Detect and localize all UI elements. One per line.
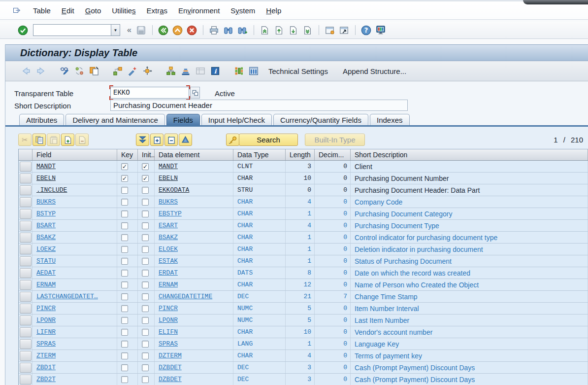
key-checkbox[interactable] [121,210,128,217]
init-checkbox[interactable] [142,210,149,217]
menu-item-environment[interactable]: Environment [173,4,225,17]
row-selector[interactable] [19,196,33,208]
init-checkbox[interactable] [142,293,149,300]
column-header-short-description[interactable]: Short Description [351,149,588,160]
tab-fields[interactable]: Fields [166,114,200,125]
technical-settings-button[interactable]: Technical Settings [262,65,334,77]
row-selector[interactable] [19,315,33,326]
enter-icon[interactable] [17,24,29,36]
key-checkbox[interactable] [121,281,128,288]
key-checkbox[interactable] [121,258,128,265]
data-element-link[interactable]: LPONR [155,315,233,326]
init-checkbox[interactable] [142,270,149,277]
init-checkbox[interactable] [142,199,149,206]
data-element-link[interactable]: ESART [155,220,233,231]
paste-button[interactable] [47,134,60,146]
key-checkbox[interactable] [121,222,128,229]
row-selector[interactable] [19,279,33,290]
row-selector[interactable] [19,338,33,350]
row-selector-button[interactable] [20,174,32,183]
first-page-icon[interactable] [259,24,271,36]
row-selector[interactable] [19,184,33,196]
menu-item-utilities[interactable]: Utilities [106,4,141,17]
row-selector[interactable] [19,326,33,338]
row-selector[interactable] [19,244,33,255]
row-selector-button[interactable] [20,185,32,195]
init-checkbox[interactable] [142,281,149,288]
field-link[interactable]: ZBD1T [33,362,117,373]
previous-page-icon[interactable] [273,24,285,36]
table-name-input[interactable] [110,87,189,99]
command-input[interactable] [33,24,111,36]
row-selector-button[interactable] [20,256,32,266]
row-selector-button[interactable] [20,304,32,314]
key-checkbox[interactable] [121,352,128,359]
cancel-icon[interactable] [186,24,198,36]
collapse-icon[interactable]: « [127,26,131,35]
print-icon[interactable] [208,24,220,36]
exit-icon[interactable] [172,24,184,36]
data-element-link[interactable]: ERNAM [155,279,233,290]
data-element-link[interactable]: SPRAS [155,338,233,350]
built-in-type-button[interactable]: Built-In Type [305,134,365,146]
row-selector[interactable] [19,208,33,219]
field-link[interactable]: AEDAT [33,267,117,279]
row-selector[interactable] [19,267,33,279]
column-header-init-[interactable]: Init... [138,149,155,160]
menu-item-system[interactable]: System [225,4,261,17]
init-checkbox[interactable] [142,246,149,253]
row-selector[interactable] [19,303,33,314]
field-link[interactable]: LIFNR [33,326,117,338]
key-checkbox[interactable] [121,317,128,324]
field-link[interactable]: BUKRS [33,196,117,208]
forward-nav-icon[interactable] [35,65,47,77]
data-element-link[interactable]: ESTAK [155,255,233,267]
where-used-list-icon[interactable] [141,65,153,77]
init-checkbox[interactable] [142,376,149,383]
hierarchy-icon[interactable] [165,65,177,77]
row-selector-button[interactable] [20,315,32,325]
row-selector[interactable] [19,220,33,231]
field-link[interactable]: EBELN [33,173,117,184]
row-selector-button[interactable] [20,197,32,207]
key-checkbox[interactable]: ✓ [121,163,128,170]
key-checkbox[interactable] [121,305,128,312]
row-selector[interactable] [19,374,33,385]
data-element-link[interactable]: MANDT [155,161,233,172]
data-element-link[interactable]: ELIFN [155,326,233,338]
row-selector[interactable] [19,161,33,172]
row-selector-button[interactable] [20,245,32,254]
field-link[interactable]: LOEKZ [33,244,117,255]
init-checkbox[interactable] [142,341,149,348]
info-icon[interactable]: i [209,65,221,77]
data-element-link[interactable]: EBELN [155,173,233,184]
column-header-decim-[interactable]: Decim... [315,149,351,160]
short-description-input[interactable] [110,100,408,111]
key-checkbox[interactable] [121,199,128,206]
field-link[interactable]: ZTERM [33,350,117,361]
data-element-link[interactable]: DZBDET [155,362,233,373]
row-selector-button[interactable] [20,162,32,172]
remove-entry-button[interactable] [164,134,178,146]
field-link[interactable]: BSAKZ [33,232,117,243]
row-selector[interactable] [19,350,33,361]
row-selector-button[interactable] [20,221,32,231]
row-selector-button[interactable] [20,268,32,278]
key-checkbox[interactable] [121,246,128,253]
customize-icon[interactable] [375,24,387,36]
init-checkbox[interactable] [142,258,149,265]
cut-button[interactable]: ✂ [18,134,32,146]
last-page-icon[interactable] [302,24,314,36]
field-link[interactable]: SPRAS [33,338,117,350]
row-selector-button[interactable] [20,351,32,361]
menu-item-help[interactable]: Help [261,4,287,17]
init-checkbox[interactable] [142,187,149,194]
sort-up-button[interactable] [179,134,192,146]
menu-item-edit[interactable]: Edit [56,4,80,17]
data-element-link[interactable]: ELOEK [155,244,233,255]
table-columns-icon[interactable] [248,65,260,77]
screen-menu-icon[interactable] [13,6,21,14]
multiple-selection-button[interactable] [190,87,200,99]
find-icon[interactable] [223,24,234,36]
row-selector[interactable] [19,291,33,302]
